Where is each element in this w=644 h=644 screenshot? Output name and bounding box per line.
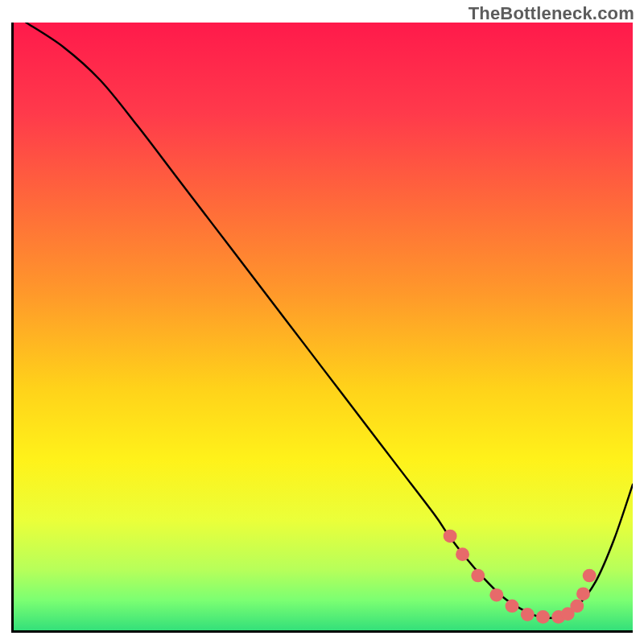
dot-marker [489, 588, 503, 602]
dot-marker [570, 599, 584, 613]
dot-marker [506, 599, 519, 613]
dot-marker [444, 530, 457, 543]
dot-marker [471, 569, 485, 583]
dot-markers [14, 23, 633, 630]
dot-marker [456, 547, 469, 561]
dot-marker [576, 587, 590, 601]
chart-frame: TheBottleneck.com [0, 0, 644, 644]
plot-area [14, 23, 633, 630]
dot-marker [583, 569, 597, 583]
dot-marker [536, 610, 550, 624]
dot-marker [521, 608, 535, 621]
watermark-text: TheBottleneck.com [469, 3, 634, 24]
plot-axes [11, 23, 633, 633]
